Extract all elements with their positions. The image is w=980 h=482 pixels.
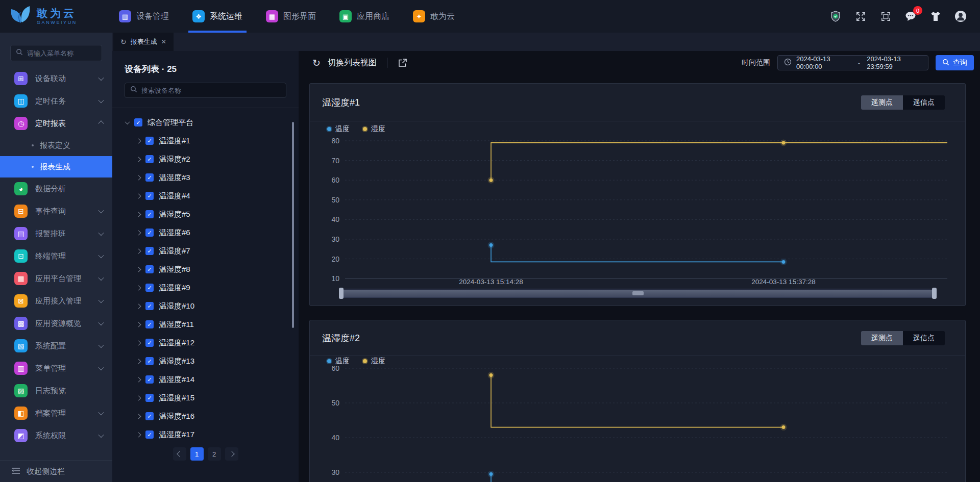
datazoom-handle-right[interactable] — [932, 288, 937, 299]
checkbox-checked[interactable]: ✓ — [145, 375, 154, 384]
checkbox-checked[interactable]: ✓ — [145, 320, 154, 328]
chevron-right-icon[interactable] — [136, 267, 141, 272]
chevron-right-icon[interactable] — [136, 377, 141, 382]
chevron-right-icon[interactable] — [136, 322, 141, 327]
collapse-sidebar-button[interactable]: 收起侧边栏 — [0, 460, 112, 482]
pagination-page-1[interactable]: 1 — [190, 447, 204, 461]
sidebar-item-device-linkage[interactable]: ⊞设备联动 — [0, 67, 112, 90]
chevron-right-icon[interactable] — [136, 138, 141, 143]
chevron-right-icon[interactable] — [136, 285, 141, 290]
chart-legend-item[interactable]: 湿度 — [363, 124, 385, 134]
checkbox-checked[interactable]: ✓ — [145, 229, 154, 237]
checkbox-checked[interactable]: ✓ — [145, 247, 154, 255]
security-shield-icon[interactable] — [829, 10, 842, 22]
checkbox-checked[interactable]: ✓ — [145, 339, 154, 347]
datazoom-grip[interactable] — [632, 291, 644, 295]
chart-plot[interactable]: 80706050403020102024-03-13 15:14:282024-… — [322, 135, 954, 286]
checkbox-checked[interactable]: ✓ — [145, 357, 154, 365]
tree-device-row[interactable]: ✓温湿度#2 — [112, 150, 299, 168]
theme-shirt-icon[interactable] — [929, 10, 942, 22]
sidebar-subitem-report-definition[interactable]: 报表定义 — [0, 135, 112, 156]
device-search[interactable] — [125, 83, 286, 98]
tab-close-icon[interactable]: ✕ — [161, 38, 166, 45]
checkbox-checked[interactable]: ✓ — [145, 394, 154, 402]
chart-legend-item[interactable]: 温度 — [327, 357, 350, 366]
chevron-right-icon[interactable] — [136, 230, 141, 235]
tree-scrollbar[interactable] — [292, 122, 294, 328]
tree-root-row[interactable]: ✓综合管理平台 — [112, 113, 299, 132]
datazoom-slider[interactable] — [341, 289, 935, 298]
point-type-tab[interactable]: 遥测点 — [861, 95, 903, 110]
chevron-right-icon[interactable] — [136, 175, 141, 180]
tree-device-row[interactable]: ✓温湿度#5 — [112, 205, 299, 223]
tree-device-row[interactable]: ✓温湿度#14 — [112, 370, 299, 389]
nav-item-app-store[interactable]: ▣应用商店 — [339, 0, 389, 33]
device-search-input[interactable] — [141, 87, 281, 94]
tree-device-row[interactable]: ✓温湿度#1 — [112, 132, 299, 150]
query-button[interactable]: 查询 — [936, 55, 974, 70]
chart-plot[interactable]: 60504030 — [322, 366, 954, 482]
sidebar-subitem-report-generation[interactable]: 报表生成 — [0, 156, 112, 177]
sidebar-item-event-query[interactable]: ⊟事件查询 — [0, 200, 112, 222]
pagination-next-button[interactable] — [225, 447, 238, 461]
tab-report-generation[interactable]: ↻ 报表生成 ✕ — [113, 33, 174, 51]
tree-device-row[interactable]: ✓温湿度#4 — [112, 187, 299, 205]
fullscreen-expand-icon[interactable] — [854, 10, 867, 22]
chevron-right-icon[interactable] — [136, 157, 141, 162]
tree-device-row[interactable]: ✓温湿度#13 — [112, 352, 299, 370]
checkbox-checked[interactable]: ✓ — [145, 192, 154, 200]
point-type-tab[interactable]: 遥测点 — [861, 331, 903, 345]
nav-item-system-ops[interactable]: ❖系统运维 — [192, 0, 242, 33]
time-range-picker[interactable]: 2024-03-13 00:00:00 - 2024-03-13 23:59:5… — [777, 55, 928, 70]
open-external-icon[interactable] — [398, 58, 407, 68]
sidebar-item-alarm-scheduling[interactable]: ▤报警排班 — [0, 222, 112, 245]
chevron-right-icon[interactable] — [136, 395, 141, 400]
tree-device-row[interactable]: ✓温湿度#8 — [112, 260, 299, 278]
sidebar-search[interactable] — [10, 45, 102, 61]
checkbox-checked[interactable]: ✓ — [145, 155, 154, 163]
chart-legend-item[interactable]: 湿度 — [363, 357, 385, 366]
sidebar-item-data-analysis[interactable]: ◕数据分析 — [0, 177, 112, 200]
pagination-page-2[interactable]: 2 — [208, 447, 221, 461]
tree-device-row[interactable]: ✓温湿度#16 — [112, 407, 299, 425]
chevron-down-icon[interactable] — [125, 119, 130, 124]
point-type-tab[interactable]: 遥信点 — [903, 95, 945, 110]
tree-device-row[interactable]: ✓温湿度#7 — [112, 242, 299, 260]
point-type-tab[interactable]: 遥信点 — [903, 331, 945, 345]
messages-icon[interactable]: 0 — [904, 10, 917, 22]
tab-refresh-icon[interactable]: ↻ — [120, 38, 127, 46]
tree-device-row[interactable]: ✓温湿度#9 — [112, 278, 299, 297]
chevron-right-icon[interactable] — [136, 248, 141, 253]
chevron-right-icon[interactable] — [136, 193, 141, 198]
checkbox-checked[interactable]: ✓ — [134, 118, 142, 126]
checkbox-checked[interactable]: ✓ — [145, 265, 154, 273]
nav-item-ganweiyun[interactable]: ✦敢为云 — [413, 0, 455, 33]
chevron-right-icon[interactable] — [136, 414, 141, 419]
datazoom-handle-left[interactable] — [339, 288, 344, 299]
checkbox-checked[interactable]: ✓ — [145, 173, 154, 182]
checkbox-checked[interactable]: ✓ — [145, 412, 154, 420]
sidebar-item-scheduled-task[interactable]: ◫定时任务 — [0, 90, 112, 112]
sidebar-item-system-config[interactable]: ▧系统配置 — [0, 335, 112, 357]
sidebar-item-log-preview[interactable]: ▨日志预览 — [0, 379, 112, 402]
sidebar-item-terminal-mgmt[interactable]: ⊡终端管理 — [0, 245, 112, 267]
tree-device-row[interactable]: ✓温湿度#3 — [112, 168, 299, 187]
nav-item-graphic-ui[interactable]: ▦图形界面 — [266, 0, 316, 33]
sidebar-item-menu-mgmt[interactable]: ▥菜单管理 — [0, 357, 112, 379]
chevron-right-icon[interactable] — [136, 432, 141, 437]
checkbox-checked[interactable]: ✓ — [145, 210, 154, 218]
tree-device-row[interactable]: ✓温湿度#6 — [112, 223, 299, 242]
pagination-prev-button[interactable] — [173, 447, 186, 461]
checkbox-checked[interactable]: ✓ — [145, 284, 154, 292]
tree-device-row[interactable]: ✓温湿度#15 — [112, 389, 299, 407]
tree-device-row[interactable]: ✓温湿度#11 — [112, 315, 299, 334]
sidebar-item-app-resource-overview[interactable]: ▩应用资源概览 — [0, 312, 112, 335]
chevron-right-icon[interactable] — [136, 359, 141, 364]
checkbox-checked[interactable]: ✓ — [145, 302, 154, 310]
sidebar-search-input[interactable] — [27, 49, 96, 57]
sidebar-item-app-access-mgmt[interactable]: ⊠应用接入管理 — [0, 290, 112, 312]
chevron-right-icon[interactable] — [136, 340, 141, 345]
sidebar-item-archive-mgmt[interactable]: ◧档案管理 — [0, 402, 112, 424]
refresh-icon[interactable]: ↻ — [312, 57, 321, 69]
tree-device-row[interactable]: ✓温湿度#17 — [112, 425, 299, 444]
